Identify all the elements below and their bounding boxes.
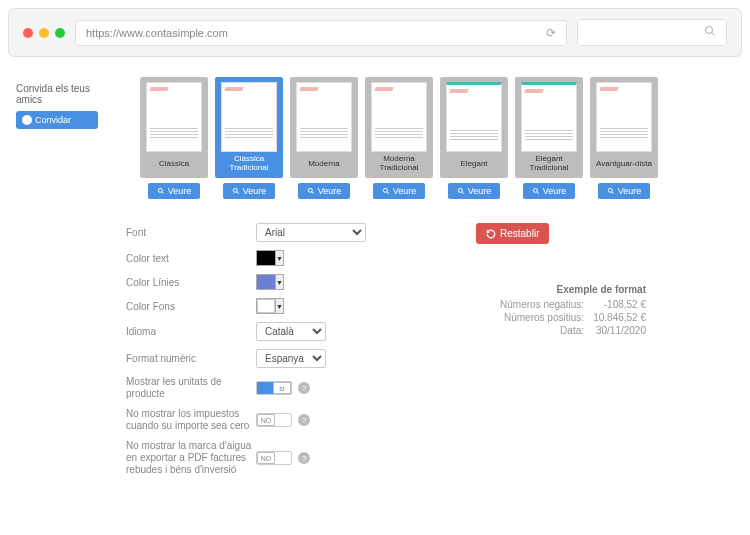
- svg-line-13: [536, 192, 538, 194]
- template-label: Elegant Tradicional: [520, 155, 578, 173]
- example-date-value: 30/11/2020: [590, 325, 646, 336]
- search-icon: [704, 25, 716, 40]
- template-card[interactable]: Clàssica: [140, 77, 208, 178]
- template-label: Avantguar-dista: [596, 155, 652, 173]
- template-gallery: ClàssicaVeureClàssica TradicionalVeureMo…: [140, 77, 732, 199]
- template-card[interactable]: Moderna: [290, 77, 358, 178]
- view-button[interactable]: Veure: [148, 183, 200, 199]
- svg-point-0: [706, 27, 713, 34]
- font-label: Font: [126, 227, 256, 238]
- settings-form: Font Arial Color text ▼ Color Línies ▼: [126, 223, 732, 484]
- view-button[interactable]: Veure: [598, 183, 650, 199]
- numformat-label: Format numèric: [126, 353, 256, 364]
- magnifier-icon: [157, 187, 165, 195]
- template-thumb: [146, 82, 202, 152]
- svg-line-1: [712, 33, 715, 36]
- toggle-units[interactable]: sí: [256, 381, 292, 395]
- magnifier-icon: [457, 187, 465, 195]
- maximize-dot[interactable]: [55, 28, 65, 38]
- reset-button[interactable]: Restablir: [476, 223, 549, 244]
- toggle-units-label: Mostrar les unitats de producte: [126, 376, 256, 400]
- view-button[interactable]: Veure: [448, 183, 500, 199]
- template-card[interactable]: Elegant Tradicional: [515, 77, 583, 178]
- view-button[interactable]: Veure: [373, 183, 425, 199]
- example-pos-label: Números positius:: [504, 312, 584, 323]
- svg-line-3: [161, 192, 163, 194]
- magnifier-icon: [532, 187, 540, 195]
- search-box[interactable]: [577, 19, 727, 46]
- minimize-dot[interactable]: [39, 28, 49, 38]
- color-lines-label: Color Línies: [126, 277, 256, 288]
- invite-button[interactable]: Convidar: [16, 111, 98, 129]
- template-label: Moderna Tradicional: [370, 155, 428, 173]
- help-icon[interactable]: ?: [298, 414, 310, 426]
- reset-button-label: Restablir: [500, 228, 539, 239]
- template-card[interactable]: Avantguar-dista: [590, 77, 658, 178]
- font-select[interactable]: Arial: [256, 223, 366, 242]
- svg-line-7: [311, 192, 313, 194]
- example-neg-value: -108,52 €: [590, 299, 646, 310]
- template-3: Moderna TradicionalVeure: [365, 77, 433, 199]
- reset-icon: [486, 229, 496, 239]
- sidebar: Convida els teus amics Convidar: [8, 65, 106, 496]
- template-thumb: [446, 82, 502, 152]
- color-lines-picker[interactable]: ▼: [256, 274, 284, 290]
- template-2: ModernaVeure: [290, 77, 358, 199]
- language-select[interactable]: Català: [256, 322, 326, 341]
- globe-icon: [22, 115, 32, 125]
- template-thumb: [521, 82, 577, 152]
- url-bar[interactable]: https://www.contasimple.com ⟳: [75, 20, 567, 46]
- example-title: Exemple de format: [466, 284, 646, 295]
- template-thumb: [296, 82, 352, 152]
- template-6: Avantguar-distaVeure: [590, 77, 658, 199]
- invite-button-label: Convidar: [35, 115, 71, 125]
- template-thumb: [596, 82, 652, 152]
- template-thumb: [221, 82, 277, 152]
- magnifier-icon: [607, 187, 615, 195]
- template-4: ElegantVeure: [440, 77, 508, 199]
- help-icon[interactable]: ?: [298, 382, 310, 394]
- template-label: Clàssica: [159, 155, 189, 173]
- window-dots: [23, 28, 65, 38]
- svg-line-5: [236, 192, 238, 194]
- template-card[interactable]: Moderna Tradicional: [365, 77, 433, 178]
- color-bg-picker[interactable]: ▼: [256, 298, 284, 314]
- numformat-select[interactable]: Espanya: [256, 349, 326, 368]
- color-text-label: Color text: [126, 253, 256, 264]
- magnifier-icon: [382, 187, 390, 195]
- view-button[interactable]: Veure: [523, 183, 575, 199]
- toggle-watermark[interactable]: NO: [256, 451, 292, 465]
- template-label: Clàssica Tradicional: [220, 155, 278, 173]
- url-text: https://www.contasimple.com: [86, 27, 228, 39]
- toggle-taxes-label: No mostrar los impuestos cuando su impor…: [126, 408, 256, 432]
- template-card[interactable]: Elegant: [440, 77, 508, 178]
- svg-line-11: [461, 192, 463, 194]
- language-label: Idioma: [126, 326, 256, 337]
- help-icon[interactable]: ?: [298, 452, 310, 464]
- app-body: Convida els teus amics Convidar Clàssica…: [0, 65, 750, 504]
- template-card[interactable]: Clàssica Tradicional: [215, 77, 283, 178]
- template-5: Elegant TradicionalVeure: [515, 77, 583, 199]
- example-date-label: Data:: [560, 325, 584, 336]
- close-dot[interactable]: [23, 28, 33, 38]
- magnifier-icon: [232, 187, 240, 195]
- template-label: Moderna: [308, 155, 340, 173]
- template-label: Elegant: [460, 155, 487, 173]
- example-pos-value: 10.846,52 €: [590, 312, 646, 323]
- refresh-icon[interactable]: ⟳: [546, 26, 556, 40]
- template-thumb: [371, 82, 427, 152]
- color-text-picker[interactable]: ▼: [256, 250, 284, 266]
- view-button[interactable]: Veure: [298, 183, 350, 199]
- example-neg-label: Números negatius:: [500, 299, 584, 310]
- browser-chrome: https://www.contasimple.com ⟳: [8, 8, 742, 57]
- view-button[interactable]: Veure: [223, 183, 275, 199]
- svg-line-15: [611, 192, 613, 194]
- color-bg-label: Color Fons: [126, 301, 256, 312]
- invite-text: Convida els teus amics: [16, 83, 98, 105]
- toggle-taxes[interactable]: NO: [256, 413, 292, 427]
- magnifier-icon: [307, 187, 315, 195]
- main-panel: ClàssicaVeureClàssica TradicionalVeureMo…: [106, 65, 742, 496]
- svg-line-9: [386, 192, 388, 194]
- toggle-watermark-label: No mostrar la marca d'aigua en exportar …: [126, 440, 256, 476]
- template-1: Clàssica TradicionalVeure: [215, 77, 283, 199]
